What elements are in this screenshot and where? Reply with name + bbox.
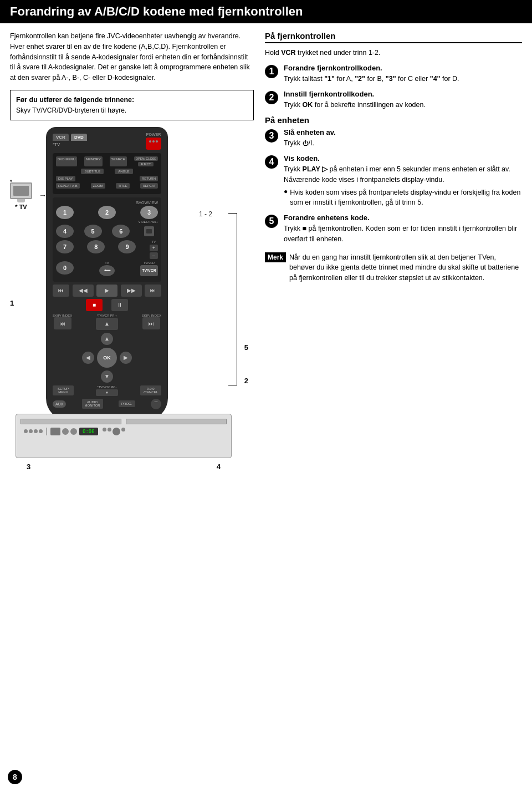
return-btn[interactable]: RETURN bbox=[140, 176, 158, 181]
random-btn[interactable]: ⌒ bbox=[151, 399, 161, 409]
page-number: 8 bbox=[8, 770, 22, 784]
num-row-4: 0 TV ⟵ TV/VCR TV/VCR bbox=[56, 261, 158, 276]
search-btn[interactable]: SEARCH bbox=[110, 156, 127, 166]
eject-btn[interactable]: EJECT bbox=[138, 162, 154, 166]
zoom-row: REPEAT A-B ZOOM TITLE REPEAT bbox=[56, 183, 158, 189]
vcr-eject-btn bbox=[112, 428, 120, 435]
num-6-btn[interactable]: 6 bbox=[112, 225, 130, 238]
num-row-1: 1 2 3 bbox=[56, 206, 158, 219]
vcr-controls: 0:00 bbox=[21, 428, 227, 435]
vcr-dot-2 bbox=[29, 429, 33, 433]
stop-btn[interactable]: ■ bbox=[86, 299, 103, 311]
vcr-labels: 3 4 bbox=[16, 463, 232, 471]
vcr-buttons-left bbox=[24, 429, 43, 433]
tv-col-label: TV bbox=[150, 240, 158, 243]
step-5-block: 5 Forandre enhetens kode. Trykk ■ på fje… bbox=[265, 214, 522, 245]
left-column: Fjernkontrollen kan betjene fire JVC-vid… bbox=[10, 31, 254, 504]
ok-pad: ▲ ▼ ◀ ▶ OK bbox=[82, 333, 132, 383]
display-row: DIS PLAY RETURN bbox=[56, 176, 158, 181]
num-2-btn[interactable]: 2 bbox=[98, 206, 116, 219]
ff-end-btn[interactable]: ⏭ bbox=[145, 285, 161, 297]
angle-btn[interactable]: ANGLE bbox=[115, 169, 132, 174]
tv-plus-btn[interactable]: + bbox=[150, 245, 158, 251]
ff-btn[interactable]: ▶▶ bbox=[121, 285, 142, 297]
num-9-btn[interactable]: 9 bbox=[118, 240, 136, 253]
vcr-dial bbox=[62, 428, 69, 435]
diagram-label-1: 1 bbox=[10, 299, 14, 307]
zoom-btn[interactable]: ZOOM bbox=[91, 183, 105, 189]
step-5-content: Forandre enhetens kode. Trykk ■ på fjern… bbox=[284, 214, 522, 245]
play-btn[interactable]: ▶ bbox=[96, 285, 117, 297]
aux-btn[interactable]: AUX bbox=[53, 400, 66, 408]
num-4-btn[interactable]: 4 bbox=[56, 225, 74, 238]
power-button[interactable] bbox=[146, 138, 161, 150]
subtitle-btn[interactable]: SUBTITLE bbox=[81, 169, 104, 174]
on-device-section: På enheten 3 Slå enheten av. Trykk ⏻/I. … bbox=[265, 115, 522, 244]
prog-btn[interactable]: PROG. bbox=[119, 400, 135, 407]
bracket-top-line bbox=[228, 213, 237, 214]
right-arrow-btn[interactable]: ▶ bbox=[120, 352, 132, 364]
skip-right-btn[interactable]: ⏭ bbox=[142, 317, 160, 329]
tvvcr-pr2-btn[interactable]: ▼ bbox=[96, 389, 118, 396]
memory-btn[interactable]: MEMORY bbox=[84, 156, 103, 166]
skip-left-btn[interactable]: ⏮ bbox=[54, 317, 71, 329]
tvvcr-pr-label: *TV/VCR PR + bbox=[97, 314, 117, 317]
vcr-slot-1 bbox=[21, 419, 121, 424]
right-column: På fjernkontrollen Hold VCR trykket ned … bbox=[265, 31, 522, 504]
vcr-dot-4 bbox=[39, 429, 43, 433]
page-header: Forandring av A/B/C/D kodene med fjernko… bbox=[0, 0, 532, 23]
num-8-btn[interactable]: 8 bbox=[87, 240, 105, 253]
vcr-btn-a bbox=[50, 428, 60, 435]
merk-label: Merk bbox=[265, 252, 286, 262]
cancel-btn[interactable]: 0.0.0 /CANCEL bbox=[140, 385, 161, 395]
dvd-tab[interactable]: DVD bbox=[71, 134, 87, 141]
skip-row: SKIP/ INDEX ⏮ *TV/VCR PR + ▲ SKIP/ INDEX… bbox=[53, 314, 161, 330]
num-0-btn[interactable]: 0 bbox=[56, 261, 74, 275]
left-arrow-btn[interactable]: ◀ bbox=[82, 352, 94, 364]
num-3-btn[interactable]: 3 bbox=[140, 206, 158, 219]
remote-body: VCR DVD *TV POWER bbox=[46, 127, 168, 420]
tv-icon-area: * * TV bbox=[10, 182, 32, 210]
on-device-title: På enheten bbox=[265, 115, 522, 125]
audio-monitor-btn[interactable]: AUDIO MONITOR bbox=[82, 399, 103, 409]
power-symbol: ⏻ bbox=[303, 140, 309, 146]
open-close-btn[interactable]: OPEN/ CLOSE bbox=[134, 156, 158, 161]
num-1-btn[interactable]: 1 bbox=[56, 206, 74, 219]
step-1-number: 1 bbox=[265, 65, 278, 78]
page-title: Forandring av A/B/C/D kodene med fjernko… bbox=[10, 4, 303, 18]
rew-btn[interactable]: ⏮ bbox=[53, 285, 69, 297]
intro-paragraph: Fjernkontrollen kan betjene fire JVC-vid… bbox=[10, 31, 254, 83]
tv-plus-minus-col: TV + – bbox=[150, 240, 158, 259]
tv-stand-icon bbox=[17, 199, 25, 202]
ok-btn[interactable]: OK bbox=[97, 348, 117, 368]
up-arrow-btn[interactable]: ▲ bbox=[101, 333, 113, 345]
dvd-menu-btn[interactable]: DVD MENU bbox=[56, 156, 77, 166]
note-box: Før du utfører de følgende trinnene: Sky… bbox=[10, 90, 254, 120]
down-arrow-btn[interactable]: ▼ bbox=[101, 370, 113, 383]
setup-menu-btn[interactable]: SETUP MENU bbox=[53, 385, 74, 395]
pause-btn[interactable]: ⏸ bbox=[111, 299, 128, 311]
step-1-block: 1 Forandre fjernkontrollkoden. Trykk tal… bbox=[265, 64, 522, 84]
step-1-desc: Trykk talltast "1" for A, "2" for B, "3"… bbox=[284, 74, 522, 84]
step-4-block: 4 Vis koden. Trykk PLAY ▷ på enheten i m… bbox=[265, 154, 522, 208]
vcr-tab[interactable]: VCR bbox=[53, 134, 69, 141]
transport-row-1: ⏮ ◀◀ ▶ ▶▶ ⏭ bbox=[53, 285, 161, 297]
tvvcr-pr2-label: *TV/VCR PR - bbox=[98, 385, 117, 389]
tvvcr-pr-btn[interactable]: ▲ bbox=[96, 318, 118, 330]
num-7-btn[interactable]: 7 bbox=[56, 240, 74, 253]
step-2-block: 2 Innstill fjernkontrollkoden. Trykk OK … bbox=[265, 90, 522, 110]
num-5-btn[interactable]: 5 bbox=[84, 225, 102, 238]
tvvcr-btn[interactable]: TV/VCR bbox=[140, 265, 158, 276]
merk-text: Når du en gang har innstilt fjernkontrol… bbox=[289, 252, 522, 283]
step-1-content: Forandre fjernkontrollkoden. Trykk tallt… bbox=[284, 64, 522, 84]
display-btn[interactable]: DIS PLAY bbox=[56, 176, 75, 181]
title-btn[interactable]: TITLE bbox=[116, 183, 129, 189]
tv-minus-btn[interactable]: – bbox=[150, 252, 158, 259]
repeat-ab-btn[interactable]: REPEAT A-B bbox=[56, 183, 80, 189]
vcr-display: 0:00 bbox=[79, 428, 98, 435]
power-dots bbox=[146, 140, 161, 143]
repeat-btn[interactable]: REPEAT bbox=[140, 183, 158, 189]
rew-fast-btn[interactable]: ◀◀ bbox=[73, 285, 94, 297]
tv-mode-btn[interactable]: ⟵ bbox=[99, 265, 115, 276]
tvvcr-label: TV/VCR bbox=[144, 261, 155, 265]
